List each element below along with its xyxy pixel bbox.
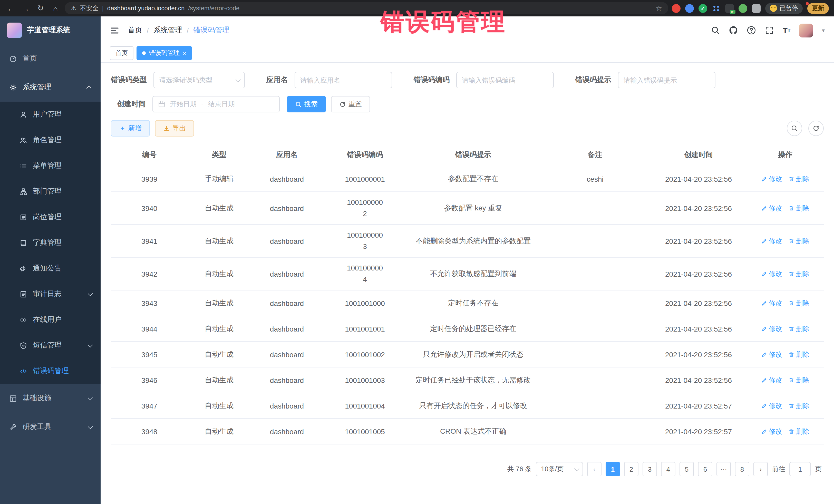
page-size-select[interactable]: 10条/页 — [536, 462, 583, 476]
extension-icons: ✓ on 已暂停 更新 — [672, 3, 829, 14]
page-button-8[interactable]: 8 — [735, 462, 749, 476]
sidebar-item-label: 部门管理 — [33, 187, 62, 196]
toggle-search-button[interactable] — [787, 120, 802, 136]
extension-blue-icon[interactable] — [685, 4, 694, 13]
next-page-button[interactable]: › — [753, 462, 768, 476]
cell-app: dashboard — [250, 172, 323, 186]
add-button[interactable]: ＋ 新增 — [111, 120, 150, 136]
cell-hint: 只允许修改为开启或者关闭状态 — [407, 347, 540, 362]
sidebar-item-devtool[interactable]: 研发工具 — [0, 413, 101, 441]
delete-link[interactable]: 删除 — [788, 236, 809, 246]
more-pages-button[interactable]: ··· — [717, 462, 731, 476]
breadcrumb-item[interactable]: 错误码管理 — [194, 26, 229, 35]
breadcrumb-item[interactable]: 首页 — [128, 26, 142, 35]
user-avatar[interactable] — [799, 23, 813, 37]
browser-update-button[interactable]: 更新 — [807, 3, 829, 14]
address-bar[interactable]: ⚠ 不安全 | dashboard.yudao.iocoder.cn/syste… — [65, 2, 668, 14]
sidebar-item-sms[interactable]: 短信管理 — [0, 333, 101, 358]
delete-link[interactable]: 删除 — [788, 350, 809, 359]
delete-link[interactable]: 删除 — [788, 401, 809, 410]
date-range-picker[interactable]: 开始日期 - 结束日期 — [152, 96, 280, 112]
browser-home-button[interactable]: ⌂ — [50, 3, 61, 14]
sidebar-item-home[interactable]: 首页 — [0, 44, 101, 73]
delete-link[interactable]: 删除 — [788, 375, 809, 385]
app-name-input[interactable] — [294, 72, 392, 88]
extension-dark-icon[interactable]: on — [725, 4, 734, 13]
tab-item[interactable]: 首页 — [110, 46, 133, 60]
refresh-button[interactable] — [808, 120, 824, 136]
page-button-3[interactable]: 3 — [642, 462, 657, 476]
sidebar-item-dept[interactable]: 部门管理 — [0, 179, 101, 204]
bookmark-star-icon[interactable]: ☆ — [656, 4, 662, 12]
browser-forward-button[interactable]: → — [20, 3, 31, 14]
extension-green-icon[interactable] — [739, 4, 747, 13]
cell-actions: 修改 删除 — [747, 233, 824, 249]
delete-link[interactable]: 删除 — [788, 427, 809, 436]
page-button-2[interactable]: 2 — [624, 462, 638, 476]
delete-link[interactable]: 删除 — [788, 269, 809, 279]
breadcrumb-item[interactable]: 系统管理 — [153, 26, 182, 35]
sidebar-item-audit[interactable]: 审计日志 — [0, 281, 101, 307]
sidebar-item-dict[interactable]: 字典管理 — [0, 230, 101, 256]
edit-link[interactable]: 修改 — [761, 427, 782, 436]
page-button-6[interactable]: 6 — [698, 462, 712, 476]
sidebar-item-role[interactable]: 角色管理 — [0, 127, 101, 153]
tab-label: 错误码管理 — [149, 49, 180, 58]
sidebar-item-online[interactable]: 在线用户 — [0, 307, 101, 333]
edit-link[interactable]: 修改 — [761, 236, 782, 246]
extension-red-icon[interactable] — [672, 4, 681, 13]
sidebar-item-errcode[interactable]: 错误码管理 — [0, 358, 101, 384]
browser-back-button[interactable]: ← — [5, 3, 17, 14]
book-icon — [20, 239, 27, 247]
edit-link[interactable]: 修改 — [761, 324, 782, 333]
sidebar-item-menu[interactable]: 菜单管理 — [0, 153, 101, 179]
avatar-caret-icon[interactable]: ▾ — [822, 27, 825, 34]
edit-link[interactable]: 修改 — [761, 375, 782, 385]
delete-link[interactable]: 删除 — [788, 324, 809, 333]
tab-active[interactable]: 错误码管理 × — [136, 46, 192, 60]
sidebar-item-notice[interactable]: 通知公告 — [0, 256, 101, 281]
browser-reload-button[interactable]: ↻ — [35, 3, 46, 14]
error-hint-input[interactable] — [618, 72, 716, 88]
delete-link[interactable]: 删除 — [788, 174, 809, 183]
error-type-select[interactable]: 请选择错误码类型 — [153, 72, 245, 88]
plus-icon: ＋ — [119, 124, 126, 133]
search-icon[interactable] — [711, 26, 720, 35]
page-button-1[interactable]: 1 — [606, 462, 620, 476]
delete-link[interactable]: 删除 — [788, 203, 809, 213]
sidebar-item-system[interactable]: 系统管理 — [0, 73, 101, 102]
hamburger-icon[interactable] — [110, 25, 119, 35]
export-button[interactable]: 导出 — [155, 120, 194, 136]
profile-paused-badge[interactable]: 已暂停 — [765, 3, 803, 14]
font-size-icon[interactable]: TT — [783, 26, 791, 35]
edit-link[interactable]: 修改 — [761, 269, 782, 279]
prev-page-button[interactable]: ‹ — [587, 462, 601, 476]
edit-link[interactable]: 修改 — [761, 174, 782, 183]
github-icon[interactable] — [729, 26, 738, 35]
edit-link[interactable]: 修改 — [761, 401, 782, 410]
extension-check-icon[interactable]: ✓ — [699, 4, 707, 13]
cell-app: dashboard — [250, 234, 323, 248]
sidebar-item-post[interactable]: 岗位管理 — [0, 204, 101, 230]
extensions-puzzle-icon[interactable] — [752, 4, 761, 13]
col-op: 操作 — [747, 150, 824, 160]
help-icon[interactable] — [747, 26, 756, 35]
fullscreen-icon[interactable] — [765, 26, 774, 35]
error-code-input[interactable] — [456, 72, 554, 88]
search-button[interactable]: 搜索 — [287, 96, 326, 112]
cell-remark — [540, 377, 650, 383]
extension-grid-icon[interactable] — [712, 4, 721, 13]
cell-id: 3946 — [111, 373, 188, 387]
tab-close-icon[interactable]: × — [183, 50, 186, 56]
page-button-4[interactable]: 4 — [661, 462, 675, 476]
reset-button[interactable]: 重置 — [331, 96, 370, 112]
delete-link[interactable]: 删除 — [788, 299, 809, 308]
edit-link[interactable]: 修改 — [761, 350, 782, 359]
cell-app: dashboard — [250, 201, 323, 215]
sidebar-item-user[interactable]: 用户管理 — [0, 102, 101, 127]
edit-link[interactable]: 修改 — [761, 299, 782, 308]
goto-page-input[interactable] — [789, 462, 811, 476]
edit-link[interactable]: 修改 — [761, 203, 782, 213]
page-button-5[interactable]: 5 — [680, 462, 694, 476]
sidebar-item-infra[interactable]: 基础设施 — [0, 384, 101, 413]
